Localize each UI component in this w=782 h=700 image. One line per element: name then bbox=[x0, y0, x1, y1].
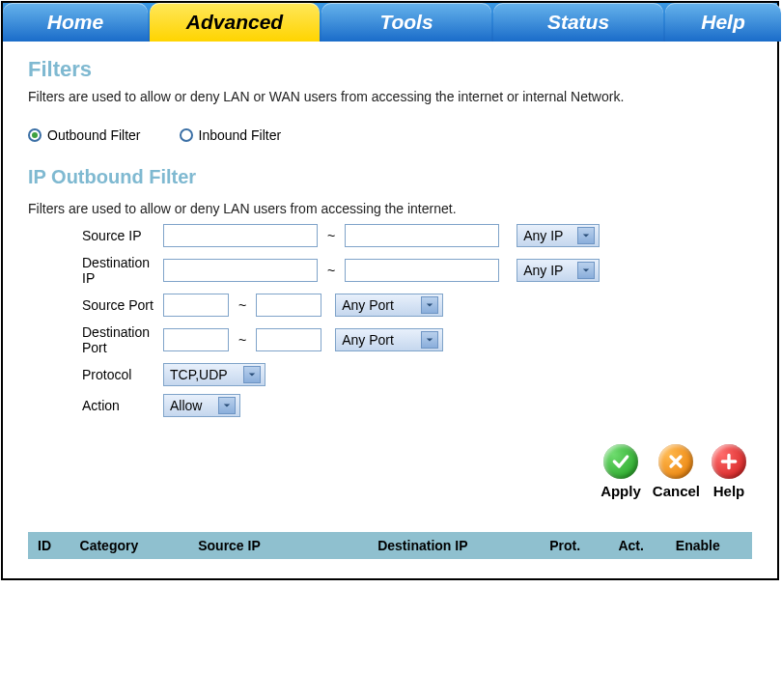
label-source-ip: Source IP bbox=[28, 228, 163, 243]
chevron-down-icon bbox=[421, 331, 438, 349]
ip-outbound-description: Filters are used to allow or deny LAN us… bbox=[28, 200, 752, 218]
range-separator: ~ bbox=[318, 228, 345, 243]
range-separator: ~ bbox=[229, 297, 256, 313]
ip-outbound-heading: IP Outbound Filter bbox=[28, 166, 752, 188]
dest-ip-mode-select[interactable]: Any IP bbox=[517, 259, 600, 282]
label-destination-port: Destination Port bbox=[28, 324, 163, 355]
radio-inbound-filter[interactable]: Inbound Filter bbox=[180, 127, 282, 143]
router-admin-frame: Home Advanced Tools Status Help Filters … bbox=[1, 1, 779, 580]
col-protocol: Prot. bbox=[549, 538, 618, 553]
label-source-port: Source Port bbox=[28, 297, 163, 313]
apply-label: Apply bbox=[600, 483, 641, 499]
radio-outbound-label: Outbound Filter bbox=[47, 127, 141, 143]
radio-icon bbox=[28, 128, 42, 142]
filter-direction-radios: Outbound Filter Inbound Filter bbox=[28, 127, 752, 143]
tab-help[interactable]: Help bbox=[665, 3, 781, 42]
tab-home[interactable]: Home bbox=[3, 3, 148, 42]
range-separator: ~ bbox=[229, 332, 256, 348]
select-value: Any Port bbox=[342, 297, 394, 313]
filters-description: Filters are used to allow or deny LAN or… bbox=[28, 88, 752, 106]
tab-advanced[interactable]: Advanced bbox=[150, 3, 320, 42]
select-value: TCP,UDP bbox=[170, 367, 228, 382]
col-source-ip: Source IP bbox=[198, 538, 377, 553]
x-icon bbox=[658, 444, 693, 479]
chevron-down-icon bbox=[243, 366, 261, 383]
range-separator: ~ bbox=[318, 263, 345, 278]
cancel-label: Cancel bbox=[653, 483, 700, 499]
select-value: Any IP bbox=[523, 263, 563, 278]
label-protocol: Protocol bbox=[28, 367, 163, 382]
dest-port-mode-select[interactable]: Any Port bbox=[335, 328, 443, 351]
col-enable: Enable bbox=[676, 538, 746, 553]
plus-icon bbox=[712, 444, 746, 479]
col-dest-ip: Destination IP bbox=[377, 538, 549, 553]
chevron-down-icon bbox=[577, 227, 595, 244]
cancel-button[interactable]: Cancel bbox=[653, 444, 700, 499]
outbound-filter-form: Source IP ~ Any IP Destination IP ~ Any … bbox=[28, 224, 752, 417]
action-button-row: Apply Cancel Help bbox=[28, 444, 752, 499]
col-category: Category bbox=[80, 538, 199, 553]
col-action: Act. bbox=[618, 538, 675, 553]
help-label: Help bbox=[713, 483, 745, 499]
filters-heading: Filters bbox=[28, 57, 752, 82]
label-action: Action bbox=[28, 398, 163, 413]
source-ip-end-input[interactable] bbox=[345, 224, 499, 247]
radio-inbound-label: Inbound Filter bbox=[199, 127, 282, 143]
source-port-start-input[interactable] bbox=[163, 294, 229, 317]
col-id: ID bbox=[34, 538, 80, 553]
action-select[interactable]: Allow bbox=[163, 394, 240, 417]
help-button[interactable]: Help bbox=[712, 444, 746, 499]
select-value: Any Port bbox=[342, 332, 394, 348]
select-value: Allow bbox=[170, 398, 202, 413]
source-port-end-input[interactable] bbox=[256, 294, 321, 317]
label-destination-ip: Destination IP bbox=[28, 255, 163, 286]
chevron-down-icon bbox=[421, 296, 438, 314]
source-port-mode-select[interactable]: Any Port bbox=[335, 294, 443, 317]
tab-tools[interactable]: Tools bbox=[321, 3, 491, 42]
tab-status[interactable]: Status bbox=[493, 3, 663, 42]
select-value: Any IP bbox=[523, 228, 563, 243]
chevron-down-icon bbox=[577, 262, 595, 279]
rule-table-header: ID Category Source IP Destination IP Pro… bbox=[28, 532, 752, 559]
content-area: Filters Filters are used to allow or den… bbox=[3, 42, 777, 578]
dest-ip-end-input[interactable] bbox=[345, 259, 499, 282]
chevron-down-icon bbox=[218, 397, 236, 414]
dest-port-start-input[interactable] bbox=[163, 328, 229, 351]
radio-icon bbox=[180, 128, 193, 142]
check-icon bbox=[603, 444, 638, 479]
dest-ip-start-input[interactable] bbox=[163, 259, 318, 282]
source-ip-start-input[interactable] bbox=[163, 224, 318, 247]
protocol-select[interactable]: TCP,UDP bbox=[163, 363, 265, 386]
dest-port-end-input[interactable] bbox=[256, 328, 321, 351]
apply-button[interactable]: Apply bbox=[600, 444, 641, 499]
top-tab-bar: Home Advanced Tools Status Help bbox=[3, 3, 777, 42]
radio-outbound-filter[interactable]: Outbound Filter bbox=[28, 127, 141, 143]
source-ip-mode-select[interactable]: Any IP bbox=[517, 224, 600, 247]
